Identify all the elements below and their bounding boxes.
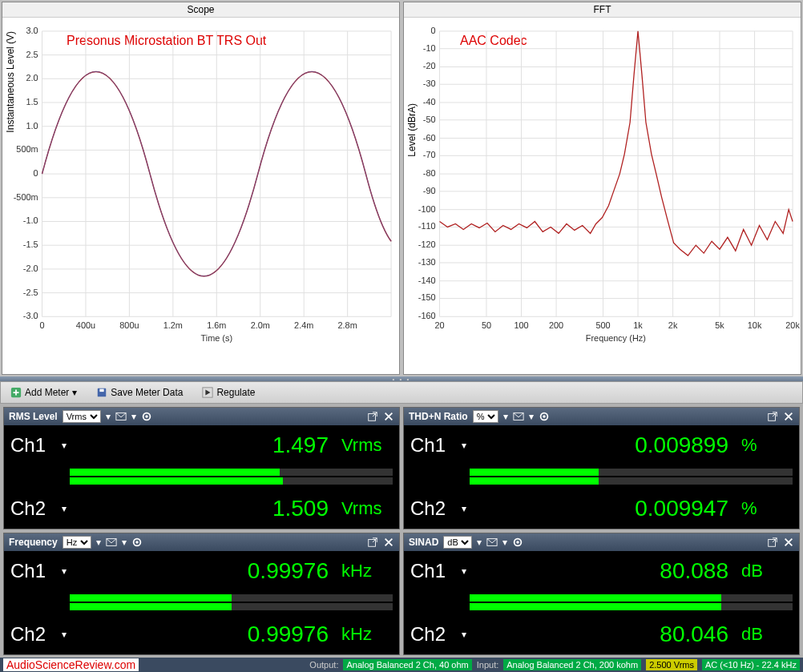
chevron-down-icon[interactable]: ▾: [62, 565, 70, 577]
thdn-unit-select[interactable]: %: [473, 410, 498, 423]
chevron-down-icon[interactable]: ▾: [462, 629, 470, 640]
freq-ch2-value: 0.99976: [76, 622, 329, 647]
chevron-down-icon[interactable]: ▾: [131, 411, 136, 422]
save-meter-data-label: Save Meter Data: [111, 387, 183, 398]
rms-ch2-unit: Vrms: [335, 498, 393, 519]
svg-text:-140: -140: [418, 276, 436, 285]
sinad-bars: [410, 594, 793, 610]
fft-chart-panel: FFT AAC Codec Level (dBrA): [403, 2, 801, 375]
chevron-down-icon[interactable]: ▾: [502, 537, 507, 548]
thdn-meter-panel: THD+N Ratio % ▾ ▾ Ch1 ▾ 0.009899 % Ch2: [403, 407, 800, 529]
chevron-down-icon[interactable]: ▾: [462, 565, 470, 577]
svg-text:400u: 400u: [76, 320, 95, 330]
chevron-down-icon[interactable]: ▾: [62, 440, 70, 451]
thdn-ch2-value: 0.009947: [476, 496, 728, 521]
gear-icon[interactable]: [512, 537, 523, 548]
fft-body: AAC Codec Level (dBrA): [404, 18, 801, 348]
scope-plot: 3.0 2.5 2.0 1.5 1.0 500m 0 -500m -1.0 -1…: [2, 18, 399, 348]
add-meter-button[interactable]: Add Meter ▾: [6, 385, 82, 400]
coupling-value[interactable]: AC (<10 Hz) - 22.4 kHz: [702, 659, 800, 670]
input-value[interactable]: Analog Balanced 2 Ch, 200 kohm: [503, 659, 641, 670]
watermark: AudioScienceReview.com: [3, 658, 139, 671]
svg-text:-110: -110: [418, 221, 436, 231]
svg-text:20: 20: [434, 320, 444, 330]
regulate-button[interactable]: Regulate: [197, 385, 260, 400]
svg-text:2.4m: 2.4m: [294, 320, 313, 330]
svg-text:-2.0: -2.0: [23, 264, 38, 273]
chevron-down-icon[interactable]: ▾: [96, 537, 101, 548]
svg-point-115: [517, 541, 520, 544]
svg-text:-130: -130: [418, 257, 436, 267]
svg-text:3.0: 3.0: [26, 26, 38, 35]
svg-text:2.8m: 2.8m: [338, 320, 357, 330]
chevron-down-icon[interactable]: ▾: [106, 411, 111, 422]
chevron-down-icon[interactable]: ▾: [122, 537, 127, 548]
envelope-icon[interactable]: [486, 537, 498, 548]
svg-text:-120: -120: [418, 239, 436, 249]
scope-body: Presonus Microstation BT TRS Out Instant…: [2, 18, 399, 348]
freq-bars: [10, 594, 393, 610]
meters-grid: RMS Level Vrms ▾ ▾ Ch1 ▾ 1.497 Vrms Ch2: [0, 404, 803, 658]
envelope-icon[interactable]: [115, 411, 127, 422]
thdn-ch1-value: 0.009899: [476, 433, 728, 458]
rms-meter-panel: RMS Level Vrms ▾ ▾ Ch1 ▾ 1.497 Vrms Ch2: [3, 407, 400, 529]
svg-text:2k: 2k: [668, 320, 678, 330]
rms-bars: [10, 469, 393, 485]
close-icon[interactable]: [383, 411, 394, 422]
chevron-down-icon[interactable]: ▾: [62, 629, 70, 640]
svg-text:1.6m: 1.6m: [207, 320, 226, 330]
freq-ch2-label: Ch2: [10, 623, 55, 646]
envelope-icon[interactable]: [513, 411, 524, 422]
popout-icon[interactable]: [767, 537, 778, 548]
sinad-ch1-value: 80.088: [476, 558, 728, 584]
save-icon: [96, 387, 107, 398]
chevron-down-icon[interactable]: ▾: [529, 411, 534, 422]
svg-text:5k: 5k: [715, 320, 724, 330]
rms-unit-select[interactable]: Vrms: [63, 410, 101, 423]
output-label: Output:: [309, 660, 338, 670]
chevron-down-icon[interactable]: ▾: [62, 503, 70, 514]
svg-text:100: 100: [514, 320, 528, 330]
freq-unit-select[interactable]: Hz: [63, 536, 91, 549]
close-icon[interactable]: [783, 411, 794, 422]
svg-text:200: 200: [549, 320, 563, 330]
close-icon[interactable]: [383, 537, 394, 548]
thdn-ch2-unit: %: [735, 498, 793, 519]
svg-text:0: 0: [33, 168, 38, 178]
svg-text:-1.0: -1.0: [23, 215, 38, 225]
voltage-value[interactable]: 2.500 Vrms: [646, 659, 697, 670]
svg-point-107: [543, 415, 546, 418]
gear-icon[interactable]: [141, 411, 152, 422]
chevron-down-icon[interactable]: ▾: [503, 411, 508, 422]
input-label: Input:: [477, 660, 499, 670]
sinad-ch2-label: Ch2: [410, 623, 455, 646]
freq-title: Frequency: [9, 537, 58, 548]
scope-chart-panel: Scope Presonus Microstation BT TRS Out I…: [2, 2, 400, 375]
svg-text:1.0: 1.0: [26, 121, 38, 131]
popout-icon[interactable]: [367, 411, 378, 422]
rms-ch2-label: Ch2: [10, 497, 55, 520]
chevron-down-icon[interactable]: ▾: [462, 440, 470, 451]
sinad-unit-select[interactable]: dB: [443, 536, 472, 549]
envelope-icon[interactable]: [106, 537, 117, 548]
freq-meter-panel: Frequency Hz ▾ ▾ Ch1 ▾ 0.99976 kHz Ch2: [3, 533, 400, 655]
svg-text:-20: -20: [423, 61, 436, 70]
chevron-down-icon[interactable]: ▾: [462, 503, 470, 514]
freq-ch1-unit: kHz: [335, 561, 393, 581]
svg-text:50: 50: [482, 320, 491, 330]
svg-text:0: 0: [431, 26, 436, 35]
svg-text:1.2m: 1.2m: [163, 320, 183, 330]
gear-icon[interactable]: [131, 537, 143, 548]
popout-icon[interactable]: [767, 411, 778, 422]
svg-text:1k: 1k: [633, 320, 643, 330]
output-value[interactable]: Analog Balanced 2 Ch, 40 ohm: [343, 659, 471, 670]
svg-text:-100: -100: [418, 204, 436, 214]
svg-text:-50: -50: [423, 115, 436, 124]
svg-text:-3.0: -3.0: [23, 311, 38, 320]
rms-header: RMS Level Vrms ▾ ▾: [4, 408, 399, 425]
popout-icon[interactable]: [367, 537, 378, 548]
gear-icon[interactable]: [539, 411, 550, 422]
save-meter-data-button[interactable]: Save Meter Data: [91, 385, 188, 400]
close-icon[interactable]: [783, 537, 794, 548]
chevron-down-icon[interactable]: ▾: [477, 537, 482, 548]
